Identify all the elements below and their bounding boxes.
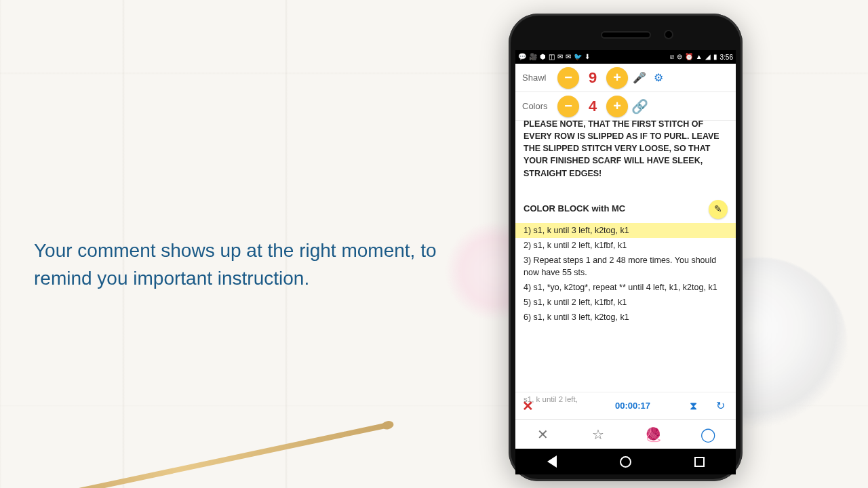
tab-profile[interactable]: ◯ <box>681 420 736 449</box>
step-line[interactable]: 6) s1, k until 3 left, k2tog, k1 <box>524 310 728 325</box>
tab-tools[interactable]: ✕ <box>515 420 570 449</box>
refresh-icon[interactable]: ↻ <box>711 397 729 415</box>
pattern-note: PLEASE NOTE, THAT THE FIRST STITCH OF EV… <box>524 121 728 180</box>
status-icon: 🎥 <box>529 54 537 60</box>
close-timer-button[interactable]: ✕ <box>522 398 534 414</box>
step-line[interactable]: 5) s1, k until 2 left, k1fbf, k1 <box>524 295 728 310</box>
wifi-icon: ▲ <box>696 54 703 60</box>
phone-earpiece <box>602 33 650 37</box>
android-statusbar: 💬 🎥 ⬢ ◫ ✉ ✉ 🐦 ⬇ ⎚ ⊖ ⏰ ▲ ◢ ▮ 3:56 <box>515 50 736 64</box>
status-icon: ✉ <box>566 54 571 60</box>
phone-screen: 💬 🎥 ⬢ ◫ ✉ ✉ 🐦 ⬇ ⎚ ⊖ ⏰ ▲ ◢ ▮ 3:56 Shawl <box>515 50 736 449</box>
alarm-icon: ⏰ <box>685 54 693 60</box>
phone-camera <box>665 31 672 38</box>
decrement-button[interactable]: − <box>557 96 579 117</box>
cast-icon: ⎚ <box>670 54 674 60</box>
profile-icon: ◯ <box>701 426 715 443</box>
step-line[interactable]: 3) Repeat steps 1 and 2 48 more times. Y… <box>524 253 728 280</box>
decrement-button[interactable]: − <box>557 67 579 89</box>
status-icon: ⬢ <box>540 54 546 60</box>
star-icon: ☆ <box>592 426 604 443</box>
gears-icon[interactable]: ⚙ <box>651 70 666 85</box>
android-navbar <box>515 449 736 474</box>
nav-back-button[interactable] <box>547 455 557 468</box>
steps-list: 1) s1, k until 3 left, k2tog, k12) s1, k… <box>524 223 728 325</box>
tab-favorites[interactable]: ☆ <box>570 420 625 449</box>
link-icon[interactable]: 🔗 <box>632 99 647 114</box>
step-line[interactable]: 1) s1, k until 3 left, k2tog, k1 <box>515 223 736 238</box>
counter-row-colors: Colors − 4 + 🔗 <box>515 92 736 121</box>
pattern-content[interactable]: PLEASE NOTE, THAT THE FIRST STITCH OF EV… <box>515 121 736 392</box>
timer-elapsed: 00:00:17 <box>615 401 650 411</box>
counter-label: Shawl <box>522 73 557 83</box>
tab-yarn[interactable]: 🧶 <box>626 420 681 449</box>
mic-icon[interactable]: 🎤 <box>632 70 647 85</box>
marketing-caption: Your comment shows up at the right momen… <box>34 237 454 292</box>
pencil-icon: ✎ <box>714 202 722 216</box>
timer-bar: s1, k until 2 left, ✕ 00:00:17 ⧗ ↻ <box>515 392 736 419</box>
bottom-tabbar: ✕ ☆ 🧶 ◯ <box>515 419 736 449</box>
status-icon: 🐦 <box>574 54 582 60</box>
status-icon: ⬇ <box>585 54 590 60</box>
step-line[interactable]: 2) s1, k until 2 left, k1fbf, k1 <box>524 238 728 253</box>
nav-recents-button[interactable] <box>694 457 705 467</box>
counter-row-shawl: Shawl − 9 + 🎤 ⚙ <box>515 64 736 92</box>
nav-home-button[interactable] <box>620 456 631 468</box>
tools-icon: ✕ <box>537 426 549 443</box>
section-header: COLOR BLOCK with MC ✎ <box>524 200 728 219</box>
edit-comment-button[interactable]: ✎ <box>709 200 728 219</box>
counter-value: 4 <box>579 98 606 115</box>
hourglass-icon[interactable]: ⧗ <box>684 397 702 415</box>
step-line[interactable]: 4) s1, *yo, k2tog*, repeat ** until 4 le… <box>524 280 728 295</box>
decor-knitting-needle <box>40 423 386 488</box>
phone-frame: 💬 🎥 ⬢ ◫ ✉ ✉ 🐦 ⬇ ⎚ ⊖ ⏰ ▲ ◢ ▮ 3:56 Shawl <box>509 14 743 481</box>
counter-label: Colors <box>522 101 557 111</box>
counter-value: 9 <box>579 69 606 87</box>
section-title: COLOR BLOCK with MC <box>524 203 625 216</box>
status-icon: ✉ <box>557 54 563 60</box>
signal-icon: ◢ <box>705 54 711 60</box>
increment-button[interactable]: + <box>606 67 628 89</box>
battery-icon: ▮ <box>713 54 717 60</box>
statusbar-time: 3:56 <box>720 54 733 61</box>
yarn-icon: 🧶 <box>645 426 662 443</box>
status-icon: ◫ <box>549 54 555 60</box>
increment-button[interactable]: + <box>606 96 628 117</box>
dnd-icon: ⊖ <box>677 54 682 60</box>
status-icon: 💬 <box>518 54 526 60</box>
